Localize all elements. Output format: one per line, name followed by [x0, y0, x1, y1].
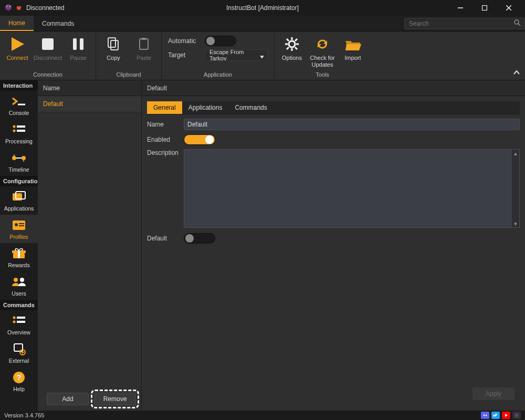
- ribbon-collapse-button[interactable]: [513, 69, 520, 77]
- svg-rect-16: [142, 38, 146, 40]
- svg-text:?: ?: [16, 373, 21, 382]
- svg-rect-42: [19, 225, 24, 226]
- maximize-button[interactable]: [472, 0, 497, 16]
- copy-button[interactable]: Copy: [99, 34, 128, 62]
- sidebar-item-processing[interactable]: Processing: [0, 119, 38, 148]
- enabled-label: Enabled: [147, 136, 178, 143]
- default-toggle[interactable]: [184, 233, 215, 244]
- scrollbar[interactable]: ▲ ▼: [512, 150, 519, 227]
- list-icon: [10, 122, 27, 137]
- search-icon[interactable]: [513, 19, 521, 28]
- list-icon: [10, 313, 27, 328]
- svg-point-28: [13, 125, 16, 128]
- svg-point-40: [15, 223, 18, 226]
- discord-icon[interactable]: [481, 412, 489, 419]
- minimize-button[interactable]: [448, 0, 472, 16]
- apps-icon: [10, 190, 27, 204]
- ribbon-group-label: Application: [165, 70, 271, 79]
- remove-button[interactable]: Remove: [94, 393, 136, 405]
- list-item[interactable]: Default: [38, 96, 141, 112]
- svg-point-1: [6, 5, 8, 7]
- svg-rect-14: [111, 40, 118, 50]
- app-icon: [4, 3, 13, 13]
- svg-point-0: [5, 4, 12, 10]
- target-select-value: Escape From Tarkov: [209, 49, 257, 61]
- external-icon: [10, 342, 27, 356]
- refresh-icon: [313, 35, 332, 54]
- target-label: Target: [168, 51, 200, 59]
- profile-icon: [10, 218, 27, 233]
- copy-icon: [104, 35, 123, 54]
- apply-button[interactable]: Apply: [472, 387, 514, 400]
- check-updates-button[interactable]: Check for Updates: [308, 34, 337, 69]
- menu-tab-commands[interactable]: Commands: [34, 16, 82, 31]
- sidebar-item-applications[interactable]: Applications: [0, 186, 38, 215]
- app-tray-icon[interactable]: [512, 412, 521, 419]
- svg-point-18: [289, 41, 295, 47]
- sidebar-item-profiles[interactable]: Profiles: [0, 215, 38, 243]
- svg-rect-13: [108, 38, 116, 47]
- search-input[interactable]: [404, 18, 525, 29]
- window-title: InstructBot [Administrator]: [226, 4, 299, 12]
- ribbon-group-tools: Options Check for Updates Import Tools: [275, 32, 370, 80]
- svg-point-61: [515, 414, 519, 417]
- enabled-toggle[interactable]: [184, 134, 215, 145]
- sidebar-item-overview[interactable]: Overview: [0, 310, 38, 339]
- sidebar-item-help[interactable]: ? Help: [0, 367, 38, 395]
- twitter-icon[interactable]: [491, 412, 500, 419]
- sidebar-item-timeline[interactable]: Timeline: [0, 148, 38, 176]
- svg-point-2: [9, 5, 11, 7]
- users-icon: [10, 275, 27, 289]
- pause-icon: [69, 35, 88, 54]
- sidebar-header-configuration: Configuration: [0, 176, 38, 186]
- svg-line-26: [295, 39, 297, 41]
- svg-point-32: [12, 156, 16, 160]
- svg-point-34: [22, 156, 26, 160]
- svg-rect-45: [18, 250, 20, 258]
- name-input[interactable]: [184, 119, 520, 130]
- ribbon-group-label: Clipboard: [99, 70, 158, 79]
- svg-line-25: [287, 47, 289, 49]
- ribbon-group-label: Tools: [278, 70, 367, 79]
- svg-line-8: [518, 24, 520, 26]
- default-label: Default: [147, 235, 178, 242]
- svg-point-48: [13, 317, 16, 319]
- svg-point-7: [514, 20, 519, 24]
- automatic-toggle[interactable]: [205, 36, 236, 46]
- svg-marker-9: [12, 37, 24, 51]
- description-input[interactable]: ▲ ▼: [184, 149, 520, 228]
- tab-applications[interactable]: Applications: [182, 101, 229, 114]
- target-select[interactable]: Escape From Tarkov: [205, 49, 268, 61]
- svg-rect-49: [17, 317, 25, 319]
- import-button[interactable]: Import: [339, 34, 367, 62]
- sidebar-item-console[interactable]: Console: [0, 91, 38, 119]
- sidebar-header-interaction: Interaction: [0, 80, 38, 91]
- detail-panel: Default General Applications Commands Na…: [142, 80, 525, 411]
- svg-point-30: [13, 130, 16, 132]
- ribbon-group-application: Automatic Target Escape From Tarkov Appl…: [162, 32, 275, 80]
- detail-header: Default: [142, 80, 525, 96]
- ribbon-group-clipboard: Copy Paste Clipboard: [96, 32, 162, 80]
- plug-icon: [15, 3, 23, 13]
- tab-commands[interactable]: Commands: [228, 101, 273, 114]
- connection-status: Disconnected: [26, 4, 65, 12]
- menu-tab-home[interactable]: Home: [0, 16, 34, 31]
- options-button[interactable]: Options: [278, 34, 306, 62]
- add-button[interactable]: Add: [47, 393, 89, 405]
- scroll-down-icon[interactable]: ▼: [512, 220, 519, 227]
- profiles-list-panel: Name Default Add Remove: [38, 80, 142, 411]
- close-button[interactable]: [497, 0, 521, 16]
- sidebar-item-external[interactable]: External: [0, 339, 38, 367]
- tab-general[interactable]: General: [147, 101, 182, 114]
- youtube-icon[interactable]: [502, 412, 510, 419]
- pause-button: Pause: [64, 34, 92, 62]
- svg-marker-17: [260, 56, 264, 59]
- version-label: Version 3.4.765: [4, 412, 44, 418]
- sidebar-item-rewards[interactable]: Rewards: [0, 243, 38, 271]
- svg-point-58: [484, 414, 485, 416]
- scroll-up-icon[interactable]: ▲: [512, 150, 519, 157]
- sidebar-item-users[interactable]: Users: [0, 271, 38, 300]
- connect-button[interactable]: Connect: [3, 34, 32, 62]
- stop-icon: [38, 35, 57, 54]
- console-icon: [10, 94, 27, 109]
